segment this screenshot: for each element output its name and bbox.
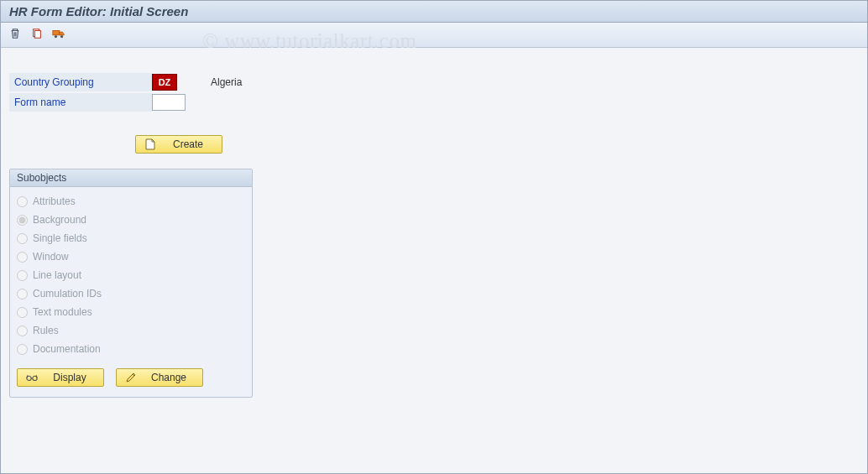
radio-attributes[interactable]: Attributes: [17, 192, 245, 211]
toolbar: [1, 23, 867, 48]
svg-point-4: [60, 35, 63, 38]
form-name-label: Form name: [9, 93, 152, 112]
copy-icon: [31, 28, 43, 42]
radio-rules[interactable]: Rules: [17, 321, 245, 340]
form-name-input[interactable]: [152, 94, 186, 111]
radio-input[interactable]: [17, 307, 28, 318]
truck-icon: [52, 28, 65, 42]
radio-documentation[interactable]: Documentation: [17, 340, 245, 358]
subobjects-title: Subobjects: [10, 169, 252, 187]
subobjects-groupbox: Subobjects Attributes Background Single …: [9, 169, 253, 398]
radio-text-modules[interactable]: Text modules: [17, 303, 245, 321]
radio-label: Single fields: [33, 232, 87, 244]
radio-label: Text modules: [33, 306, 92, 318]
radio-input[interactable]: [17, 270, 28, 281]
glasses-icon: [26, 373, 38, 382]
radio-input[interactable]: [17, 233, 28, 244]
delete-button[interactable]: [6, 26, 24, 44]
title-bar: HR Form Editor: Initial Screen: [1, 1, 867, 23]
create-button[interactable]: Create: [135, 135, 222, 154]
radio-input[interactable]: [17, 196, 28, 207]
country-grouping-row: Country Grouping DZ Algeria: [9, 73, 859, 91]
radio-window[interactable]: Window: [17, 247, 245, 266]
form-name-row: Form name: [9, 93, 859, 112]
subobjects-footer: Display Change: [10, 360, 252, 397]
display-button-label: Display: [44, 372, 95, 383]
radio-label: Background: [33, 214, 86, 226]
display-button[interactable]: Display: [17, 368, 104, 387]
radio-line-layout[interactable]: Line layout: [17, 266, 245, 284]
radio-label: Cumulation IDs: [33, 288, 102, 300]
radio-label: Line layout: [33, 269, 81, 281]
transport-button[interactable]: [50, 26, 68, 44]
svg-rect-2: [53, 30, 60, 34]
radio-label: Window: [33, 251, 69, 263]
change-button[interactable]: Change: [116, 368, 203, 387]
document-icon: [144, 138, 156, 150]
trash-icon: [9, 28, 21, 42]
radio-label: Documentation: [33, 343, 101, 355]
radio-input[interactable]: [17, 344, 28, 355]
radio-cumulation-ids[interactable]: Cumulation IDs: [17, 284, 245, 303]
radio-label: Attributes: [33, 195, 76, 207]
country-grouping-code[interactable]: DZ: [152, 74, 177, 91]
change-button-label: Change: [144, 372, 194, 383]
content-area: Country Grouping DZ Algeria Form name Cr…: [1, 48, 867, 406]
radio-input[interactable]: [17, 252, 28, 263]
create-row: Create: [135, 135, 859, 154]
subobjects-radio-list: Attributes Background Single fields Wind…: [10, 187, 252, 360]
radio-input[interactable]: [17, 215, 28, 226]
radio-input[interactable]: [17, 326, 28, 336]
svg-rect-1: [34, 31, 40, 39]
create-button-label: Create: [163, 138, 213, 150]
copy-button[interactable]: [28, 26, 46, 44]
country-grouping-label: Country Grouping: [9, 73, 152, 91]
radio-single-fields[interactable]: Single fields: [17, 229, 245, 247]
radio-input[interactable]: [17, 289, 28, 300]
pencil-icon: [125, 372, 137, 383]
svg-point-3: [55, 35, 57, 38]
page-title: HR Form Editor: Initial Screen: [9, 4, 188, 18]
country-grouping-description: Algeria: [211, 76, 242, 88]
radio-background[interactable]: Background: [17, 211, 245, 229]
radio-label: Rules: [33, 325, 59, 336]
